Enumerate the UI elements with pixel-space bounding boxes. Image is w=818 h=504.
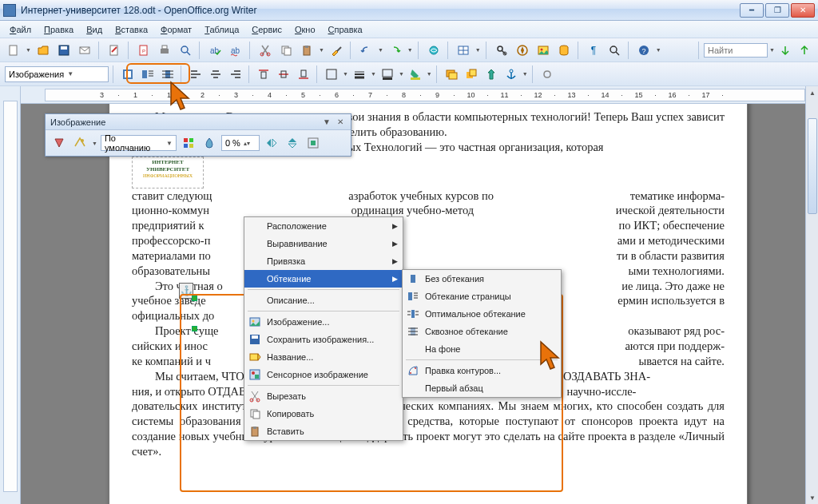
menu-сервис[interactable]: Сервис [247, 23, 287, 36]
find-next-button[interactable] [776, 42, 794, 59]
menu-формат[interactable]: Формат [156, 23, 197, 36]
toolbar-close-icon[interactable]: ✕ [335, 117, 346, 128]
copy-button[interactable] [277, 42, 295, 59]
mail-button[interactable] [76, 42, 93, 59]
bg-color-button[interactable] [407, 65, 424, 83]
anchor-button[interactable] [502, 65, 520, 83]
menu-item-выравнивание[interactable]: Выравнивание▶ [244, 235, 403, 252]
menu-item-сохранить-изображения-[interactable]: Сохранить изображения... [244, 331, 403, 348]
minimize-button[interactable]: ━ [740, 3, 764, 18]
print-button[interactable] [156, 42, 173, 59]
filter-button[interactable] [50, 134, 68, 152]
find-button[interactable] [493, 42, 510, 59]
menu-вид[interactable]: Вид [81, 23, 107, 36]
close-button[interactable]: ✕ [791, 3, 815, 18]
menu-item-сенсорное-изображение[interactable]: Сенсорное изображение [244, 366, 403, 383]
new-button[interactable] [5, 42, 22, 59]
align-center-button[interactable] [207, 65, 224, 83]
find-input[interactable] [704, 43, 768, 58]
menu-вставка[interactable]: Вставка [110, 23, 153, 36]
scroll-thumb[interactable] [808, 118, 817, 214]
menu-item-изображение-[interactable]: Изображение... [244, 313, 403, 331]
send-back-button[interactable] [482, 65, 500, 83]
align-left-button[interactable] [187, 65, 204, 83]
menu-файл[interactable]: Файл [5, 23, 36, 36]
align-bottom-button[interactable] [295, 65, 312, 83]
line-color-button[interactable] [379, 65, 396, 83]
menu-item-без-обтекания[interactable]: Без обтекания [403, 270, 561, 288]
menu-item-вставить[interactable]: Вставить [244, 423, 403, 440]
wrap-none-button[interactable] [119, 65, 137, 83]
style-combo[interactable]: Изображения ▼ [5, 66, 109, 82]
zoom-button[interactable] [606, 42, 623, 59]
transparency-spin[interactable]: 0 %▴▾ [221, 135, 260, 151]
spell-button[interactable]: ab [206, 42, 224, 59]
menu-item-описание-[interactable]: Описание... [244, 292, 403, 309]
gallery-button[interactable] [534, 42, 552, 59]
flip-h-button[interactable] [263, 134, 280, 152]
flip-v-button[interactable] [284, 134, 301, 152]
edit-button[interactable] [105, 42, 123, 59]
resize-handle[interactable] [192, 296, 197, 301]
menu-item-обтекание-страницы[interactable]: Обтекание страницы [403, 288, 561, 305]
embedded-logo[interactable]: ИНТЕРНЕТ УНИВЕРСИТЕТ ИНФОРМАЦИОННЫХ [132, 157, 204, 189]
menu-правка[interactable]: Правка [39, 23, 78, 36]
menu-item-обтекание[interactable]: Обтекание▶ [244, 270, 403, 288]
save-button[interactable] [55, 42, 73, 59]
wrap-through-button[interactable] [159, 65, 177, 83]
menu-item-сквозное-обтекание[interactable]: Сквозное обтекание [403, 323, 561, 340]
nav-button[interactable] [514, 42, 531, 59]
menu-окно[interactable]: Окно [290, 23, 320, 36]
wrap-page-button[interactable] [139, 65, 157, 83]
menu-item-расположение[interactable]: Расположение▶ [244, 217, 403, 235]
graphics-mode-combo[interactable]: По умолчанию ▼ [101, 135, 177, 151]
scroll-down-icon[interactable]: ▼ [806, 491, 818, 504]
menu-item-название-[interactable]: Название... [244, 348, 403, 366]
paste-button[interactable] [298, 42, 316, 59]
find-prev-button[interactable] [796, 42, 813, 59]
resize-handle[interactable] [192, 326, 197, 331]
color-button[interactable] [180, 134, 197, 152]
menu-item-на-фоне[interactable]: На фоне [403, 340, 561, 358]
menu-item-оптимальное-обтекание[interactable]: Оптимальное обтекание [403, 305, 561, 323]
image-toolbar-title[interactable]: Изображение ▼ ✕ [46, 114, 351, 130]
frame-props-button[interactable] [443, 65, 460, 83]
context-submenu-wrap[interactable]: Без обтеканияОбтекание страницыОптимальн… [402, 269, 562, 398]
preview-button[interactable] [177, 42, 194, 59]
link-button[interactable] [538, 65, 556, 83]
context-menu[interactable]: Расположение▶Выравнивание▶Привязка▶Обтек… [244, 216, 403, 441]
pdf-button[interactable]: P [135, 42, 153, 59]
help-button[interactable]: ? [635, 42, 653, 59]
align-right-button[interactable] [227, 65, 244, 83]
redo-button[interactable] [387, 42, 404, 59]
cut-button[interactable] [256, 42, 274, 59]
menu-item-привязка[interactable]: Привязка▶ [244, 252, 403, 270]
table-button[interactable] [455, 42, 472, 59]
menu-item-первый-абзац[interactable]: Первый абзац [403, 379, 561, 397]
align-middle-button[interactable] [275, 65, 292, 83]
open-button[interactable] [34, 42, 52, 59]
menu-таблица[interactable]: Таблица [200, 23, 244, 36]
vertical-scrollbar[interactable]: ▲ ▼ [805, 86, 818, 504]
maximize-button[interactable]: ❐ [765, 3, 789, 18]
autospell-button[interactable]: ab [227, 42, 244, 59]
frame-properties-button[interactable] [304, 134, 322, 152]
datasrc-button[interactable] [555, 42, 573, 59]
brush-button[interactable] [328, 42, 345, 59]
menu-справка[interactable]: Справка [324, 23, 367, 36]
undo-button[interactable] [357, 42, 375, 59]
line-style-button[interactable] [351, 65, 368, 83]
image-toolbar[interactable]: Изображение ▼ ✕ ▼ По умолчанию ▼ 0 %▴▾ [45, 113, 351, 157]
transparency-button[interactable] [201, 134, 218, 152]
link-button[interactable] [425, 42, 443, 59]
scroll-up-icon[interactable]: ▲ [806, 86, 818, 99]
borders-button[interactable] [323, 65, 340, 83]
toolbar-options-icon[interactable]: ▼ [321, 117, 332, 128]
menu-item-вырезать[interactable]: Вырезать [244, 387, 403, 405]
graphics-mode-button[interactable] [71, 134, 89, 152]
nonprint-button[interactable]: ¶ [585, 42, 602, 59]
menu-item-правка-контуров-[interactable]: Правка контуров... [403, 362, 561, 379]
bring-front-button[interactable] [463, 65, 480, 83]
align-top-button[interactable] [255, 65, 272, 83]
menu-item-копировать[interactable]: Копировать [244, 405, 403, 423]
